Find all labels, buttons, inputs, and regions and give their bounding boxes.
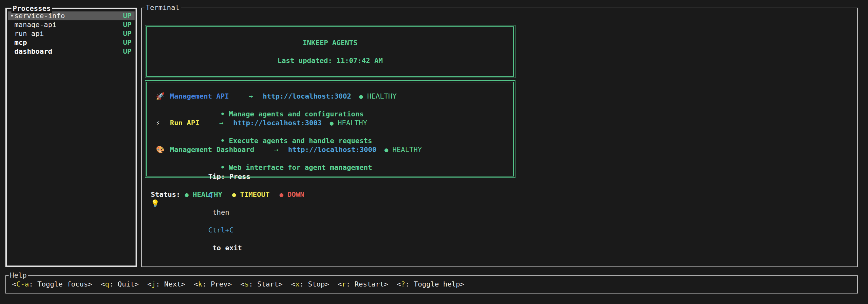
- help-colon: :: [29, 280, 37, 288]
- terminal-panel-title: Terminal: [145, 3, 181, 12]
- help-item: <s: Start>: [240, 280, 282, 289]
- status-dot-icon: ●: [384, 145, 388, 154]
- process-name: dashboard: [14, 47, 123, 56]
- help-label: Prev: [211, 280, 227, 288]
- help-panel-title: Help: [8, 271, 28, 280]
- tip-segment: then: [208, 208, 233, 216]
- help-colon: :: [249, 280, 257, 288]
- lightbulb-icon: 💡: [151, 199, 160, 208]
- help-key: j: [151, 280, 156, 288]
- arrow-icon: →: [248, 92, 253, 101]
- process-status-badge: UP: [123, 29, 132, 38]
- help-label: Toggle focus: [37, 280, 88, 288]
- service-description-text: Manage agents and configurations: [229, 110, 364, 118]
- process-name: mcp: [14, 38, 123, 47]
- tip-segment: Ctrl+C: [208, 226, 233, 234]
- help-colon: :: [109, 280, 118, 288]
- help-key: C-a: [16, 280, 29, 288]
- tip-text: Tip: Press q then Ctrl+C to exit: [166, 146, 254, 261]
- close-bracket: >: [325, 280, 329, 288]
- help-colon: :: [156, 280, 164, 288]
- close-bracket: >: [181, 280, 185, 288]
- service-url[interactable]: http://localhost:3002: [263, 92, 351, 101]
- bullet-icon: •: [220, 110, 225, 118]
- help-key: x: [295, 280, 300, 288]
- legend-label: DOWN: [287, 190, 304, 199]
- tip-segment: Tip: Press: [208, 173, 254, 181]
- help-item: <x: Stop>: [291, 280, 329, 289]
- help-item: <k: Prev>: [194, 280, 231, 289]
- help-item: <?: Toggle help>: [397, 280, 464, 289]
- close-bracket: >: [384, 280, 388, 288]
- help-key: s: [245, 280, 249, 288]
- close-bracket: >: [460, 280, 464, 288]
- help-key: ?: [401, 280, 405, 288]
- help-label: Start: [257, 280, 278, 288]
- help-items: <C-a: Toggle focus> <q: Quit> <j: Next> …: [6, 280, 857, 289]
- service-icon: ⚡: [156, 119, 165, 128]
- help-label: Quit: [118, 280, 134, 288]
- help-colon: :: [203, 280, 211, 288]
- open-bracket: <: [338, 280, 342, 288]
- process-name: run-api: [14, 29, 123, 38]
- service-entry: 🚀 Management API → http://localhost:3002…: [156, 92, 510, 110]
- tip-segment: q: [208, 191, 212, 198]
- arrow-icon: →: [274, 145, 278, 154]
- help-colon: :: [346, 280, 355, 288]
- open-bracket: <: [12, 280, 16, 288]
- process-status-badge: UP: [123, 47, 132, 56]
- open-bracket: <: [291, 280, 295, 288]
- open-bracket: <: [397, 280, 401, 288]
- process-name: manage-api: [14, 20, 123, 29]
- status-dot-icon: ●: [330, 119, 334, 128]
- help-key: k: [198, 280, 202, 288]
- legend-entry: ● DOWN: [279, 190, 304, 199]
- service-health-label: HEALTHY: [338, 119, 367, 128]
- last-updated-text: Last updated: 11:07:42 AM: [147, 56, 513, 65]
- terminal-panel: Terminal INKEEP AGENTS Last updated: 11:…: [141, 8, 858, 267]
- help-item: <C-a: Toggle focus>: [12, 280, 92, 289]
- help-label: Restart: [354, 280, 384, 288]
- open-bracket: <: [240, 280, 244, 288]
- process-row[interactable]: mcp UP: [8, 38, 134, 47]
- bullet-icon: •: [220, 137, 225, 145]
- service-description: •Execute agents and handle requests: [156, 128, 510, 136]
- help-item: <q: Quit>: [101, 280, 139, 289]
- status-dot-icon: ●: [359, 92, 363, 101]
- open-bracket: <: [101, 280, 105, 288]
- process-row[interactable]: run-api UP: [8, 29, 134, 38]
- help-label: Toggle help: [414, 280, 460, 288]
- service-description-text: Execute agents and handle requests: [229, 137, 372, 145]
- service-description: •Manage agents and configurations: [156, 101, 510, 110]
- service-icon: 🚀: [156, 92, 165, 101]
- service-url[interactable]: http://localhost:3000: [288, 145, 376, 154]
- service-name: Run API: [170, 119, 199, 128]
- help-key: r: [342, 280, 346, 288]
- help-panel: Help <C-a: Toggle focus> <q: Quit> <j: N…: [5, 275, 858, 294]
- service-line: 🚀 Management API → http://localhost:3002…: [156, 92, 510, 101]
- arrow-icon: →: [219, 119, 223, 128]
- selection-bullet-icon: [10, 20, 14, 29]
- help-colon: :: [300, 280, 308, 288]
- help-key: q: [105, 280, 109, 288]
- process-row[interactable]: manage-api UP: [8, 20, 134, 29]
- selection-bullet-icon: [10, 38, 14, 47]
- help-item: <r: Restart>: [338, 280, 388, 289]
- tip-line: 💡 Tip: Press q then Ctrl+C to exit: [142, 199, 857, 208]
- process-status-badge: UP: [123, 38, 132, 47]
- agents-title: INKEEP AGENTS: [147, 38, 513, 47]
- service-icon: 🎨: [156, 145, 165, 154]
- service-url[interactable]: http://localhost:3003: [233, 119, 322, 128]
- close-bracket: >: [134, 280, 139, 288]
- process-status-badge: UP: [123, 20, 132, 29]
- selection-bullet-icon: [10, 29, 14, 38]
- service-health-label: HEALTHY: [367, 92, 397, 101]
- process-row[interactable]: dashboard UP: [8, 47, 134, 56]
- help-label: Stop: [308, 280, 325, 288]
- tip-segment: to exit: [208, 244, 242, 252]
- help-label: Next: [164, 280, 181, 288]
- selection-bullet-icon: [10, 47, 14, 56]
- service-health-label: HEALTHY: [392, 145, 422, 154]
- agents-header-box: INKEEP AGENTS Last updated: 11:07:42 AM: [145, 25, 516, 78]
- processes-panel-title: Processes: [11, 4, 52, 13]
